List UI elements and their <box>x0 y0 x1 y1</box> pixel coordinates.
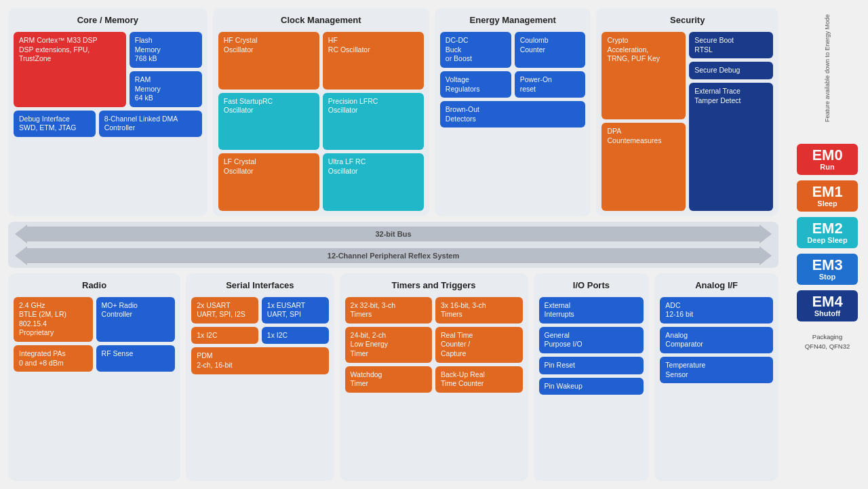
low-energy-chip: 24-bit, 2-ch Low Energy Timer <box>345 327 432 363</box>
em3-id: EM3 <box>800 258 855 273</box>
precision-lfrc-chip: Precision LFRC Oscillator <box>323 93 424 151</box>
pin-wakeup-chip: Pin Wakeup <box>539 378 644 395</box>
em4-id: EM4 <box>800 294 855 309</box>
temp-sensor-chip: Temperature Sensor <box>660 357 773 383</box>
pdm-chip: PDM 2-ch, 16-bit <box>191 347 328 374</box>
em0-badge: EM0 Run <box>797 144 858 175</box>
packaging-info: Packaging QFN40, QFN32 <box>805 332 850 352</box>
usart-chip: 2x USART UART, SPI, I2S <box>191 297 258 324</box>
dpa-chip: DPA Countemeasures <box>601 123 686 210</box>
security-row: Crypto Acceleration, TRNG, PUF Key DPA C… <box>601 32 773 211</box>
ext-interrupts-chip: External Interrupts <box>539 297 644 324</box>
energy-grid: DC-DC Buck or Boost Coulomb Counter Volt… <box>440 32 586 128</box>
real-time-chip: Real Time Counter / Capture <box>435 327 522 363</box>
ext-trace-chip: External Trace Tamper Detect <box>689 83 773 211</box>
dc-dc-chip: DC-DC Buck or Boost <box>440 32 511 68</box>
analog-if-section: Analog I/F ADC 12-16 bit Analog Comparat… <box>654 273 778 482</box>
em2-label: Deep Sleep <box>800 236 855 244</box>
timers-grid: 2x 32-bit, 3-ch Timers 3x 16-bit, 3-ch T… <box>345 297 523 393</box>
em3-badge: EM3 Stop <box>797 254 858 285</box>
dma-chip: 8-Channel Linked DMA Controller <box>99 111 202 137</box>
watchdog-chip: Watchdog Timer <box>345 366 432 393</box>
clock-management-title: Clock Management <box>218 14 424 28</box>
radio-title: Radio <box>14 279 175 293</box>
core-memory-section: Core / Memory ARM Cortex™ M33 DSP DSP ex… <box>8 8 208 216</box>
debug-chip: Debug Interface SWD, ETM, JTAG <box>14 111 96 137</box>
sidebar: Feature available down to Energy Mode EM… <box>787 0 868 489</box>
radio-section: Radio 2.4 GHz BTLE (2M, LR) 802.15.4 Pro… <box>8 273 180 482</box>
core-top-row: ARM Cortex™ M33 DSP DSP extensions, FPU,… <box>14 32 202 107</box>
general-purpose-chip: General Purpose I/O <box>539 327 644 353</box>
em0-id: EM0 <box>800 148 855 163</box>
serial-grid: 2x USART UART, SPI, I2S 1x EUSART UART, … <box>191 297 328 374</box>
io-ports-title: I/O Ports <box>539 279 644 293</box>
serial-interfaces-section: Serial Interfaces 2x USART UART, SPI, I2… <box>186 273 334 482</box>
security-title: Security <box>601 14 773 28</box>
flash-chip: Flash Memory 768 kB <box>130 32 202 68</box>
core-memory-content: ARM Cortex™ M33 DSP DSP extensions, FPU,… <box>14 32 202 211</box>
analog-if-title: Analog I/F <box>660 279 773 293</box>
crypto-chip: Crypto Acceleration, TRNG, PUF Key <box>601 32 686 119</box>
arrow-right-peripheral <box>760 246 772 265</box>
integrated-pa-chip: Integrated PAs 0 and +8 dBm <box>14 345 93 372</box>
fast-startup-chip: Fast StartupRC Oscillator <box>218 93 319 151</box>
t16-3ch-chip: 3x 16-bit, 3-ch Timers <box>435 297 522 324</box>
em2-badge: EM2 Deep Sleep <box>797 217 858 248</box>
t32-3ch-chip: 2x 32-bit, 3-ch Timers <box>345 297 432 324</box>
em1-badge: EM1 Sleep <box>797 180 858 212</box>
i2c2-chip: 1x I2C <box>262 327 329 345</box>
clock-management-section: Clock Management HF Crystal Oscillator H… <box>213 8 429 216</box>
backup-rtc-chip: Back-Up Real Time Counter <box>435 366 522 393</box>
voltage-reg-chip: Voltage Regulators <box>440 71 511 98</box>
em3-label: Stop <box>800 273 855 281</box>
core-memory-title: Core / Memory <box>14 14 202 28</box>
bottom-row: Radio 2.4 GHz BTLE (2M, LR) 802.15.4 Pro… <box>8 273 778 482</box>
analog-content: ADC 12-16 bit Analog Comparator Temperat… <box>660 297 773 476</box>
ram-chip: RAM Memory 64 kB <box>130 71 202 107</box>
em4-label: Shutoff <box>800 309 855 317</box>
bus-32bit-label: 32-bit Bus <box>26 227 761 241</box>
top-row: Core / Memory ARM Cortex™ M33 DSP DSP ex… <box>8 8 778 216</box>
adc-chip: ADC 12-16 bit <box>660 297 773 324</box>
mo-radio-chip: MO+ Radio Controller <box>96 297 176 343</box>
hf-rc-chip: HF RC Oscillator <box>323 32 424 90</box>
rf-sense-chip: RF Sense <box>96 345 176 372</box>
serial-interfaces-title: Serial Interfaces <box>191 279 328 293</box>
em1-label: Sleep <box>800 199 855 208</box>
em2-id: EM2 <box>800 221 855 236</box>
security-section: Security Crypto Acceleration, TRNG, PUF … <box>596 8 778 216</box>
timers-triggers-section: Timers and Triggers 2x 32-bit, 3-ch Time… <box>340 273 528 482</box>
energy-management-section: Energy Management DC-DC Buck or Boost Co… <box>435 8 591 216</box>
energy-management-title: Energy Management <box>440 14 586 28</box>
core-bottom-row: Debug Interface SWD, ETM, JTAG 8-Channel… <box>14 111 202 137</box>
em4-badge: EM4 Shutoff <box>797 290 858 321</box>
bus-container: 32-bit Bus 12-Channel Peripheral Reflex … <box>8 222 778 268</box>
pin-reset-chip: Pin Reset <box>539 357 644 374</box>
secure-boot-chip: Secure Boot RTSL <box>689 32 773 58</box>
power-on-chip: Power-On reset <box>515 71 586 98</box>
packaging-value: QFN40, QFN32 <box>805 343 850 350</box>
bus-32bit-arrow: 32-bit Bus <box>15 224 772 243</box>
em0-label: Run <box>800 163 855 171</box>
coulomb-chip: Coulomb Counter <box>515 32 586 68</box>
arm-chip: ARM Cortex™ M33 DSP DSP extensions, FPU,… <box>14 32 126 107</box>
feature-label: Feature available down to Energy Mode <box>824 7 831 129</box>
io-content: External Interrupts General Purpose I/O … <box>539 297 644 476</box>
brown-out-chip: Brown-Out Detectors <box>440 101 586 128</box>
analog-comp-chip: Analog Comparator <box>660 327 773 353</box>
lf-crystal-chip: LF Crystal Oscillator <box>218 153 319 211</box>
packaging-label: Packaging <box>812 333 842 340</box>
rf-2g4-chip: 2.4 GHz BTLE (2M, LR) 802.15.4 Proprieta… <box>14 297 93 343</box>
em1-id: EM1 <box>800 184 855 199</box>
i2c1-chip: 1x I2C <box>191 327 258 345</box>
secure-debug-chip: Secure Debug <box>689 62 773 79</box>
ultra-lf-chip: Ultra LF RC Oscillator <box>323 153 424 211</box>
clock-grid: HF Crystal Oscillator HF RC Oscillator F… <box>218 32 424 211</box>
io-ports-section: I/O Ports External Interrupts General Pu… <box>534 273 650 482</box>
eusart-chip: 1x EUSART UART, SPI <box>262 297 329 324</box>
timers-triggers-title: Timers and Triggers <box>345 279 523 293</box>
hf-crystal-chip: HF Crystal Oscillator <box>218 32 319 90</box>
bus-peripheral-label: 12-Channel Peripheral Reflex System <box>26 248 761 263</box>
radio-grid: 2.4 GHz BTLE (2M, LR) 802.15.4 Proprieta… <box>14 297 175 372</box>
main-content: Core / Memory ARM Cortex™ M33 DSP DSP ex… <box>0 0 787 489</box>
